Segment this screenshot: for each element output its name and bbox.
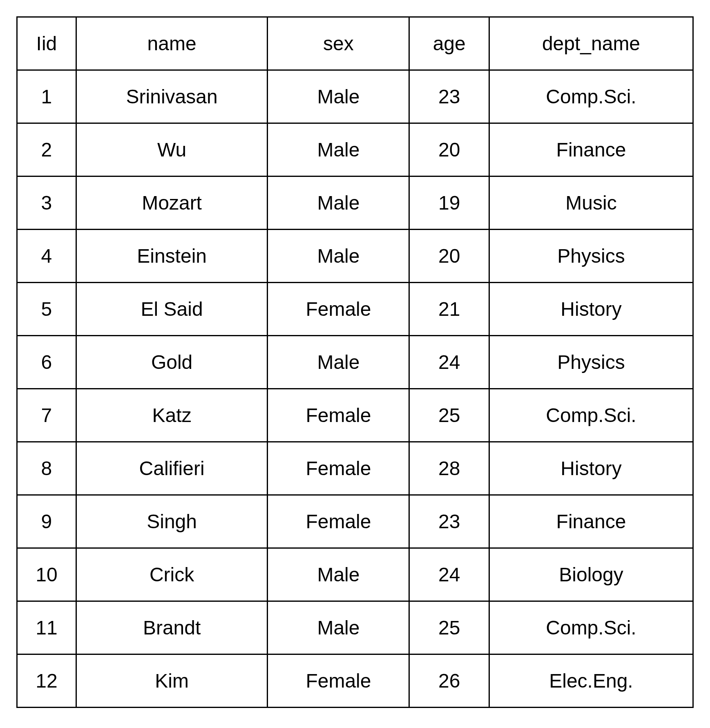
cell-iid: 2 — [17, 123, 76, 176]
cell-age: 25 — [409, 389, 489, 442]
cell-iid: 6 — [17, 336, 76, 389]
cell-sex: Male — [268, 70, 409, 123]
cell-sex: Female — [268, 654, 409, 708]
table-row: 12 Kim Female 26 Elec.Eng. — [17, 654, 693, 708]
cell-iid: 3 — [17, 176, 76, 230]
cell-name: El Said — [76, 283, 268, 336]
table-row: 9 Singh Female 23 Finance — [17, 495, 693, 548]
cell-sex: Male — [268, 601, 409, 654]
cell-name: Gold — [76, 336, 268, 389]
cell-age: 21 — [409, 283, 489, 336]
table-row: 3 Mozart Male 19 Music — [17, 176, 693, 230]
cell-name: Crick — [76, 548, 268, 601]
cell-iid: 8 — [17, 442, 76, 495]
table-row: 6 Gold Male 24 Physics — [17, 336, 693, 389]
table-row: 8 Califieri Female 28 History — [17, 442, 693, 495]
cell-name: Srinivasan — [76, 70, 268, 123]
cell-age: 28 — [409, 442, 489, 495]
cell-age: 25 — [409, 601, 489, 654]
table-row: 5 El Said Female 21 History — [17, 283, 693, 336]
cell-sex: Male — [268, 230, 409, 283]
cell-iid: 12 — [17, 654, 76, 708]
table-row: 11 Brandt Male 25 Comp.Sci. — [17, 601, 693, 654]
cell-name: Brandt — [76, 601, 268, 654]
cell-dept: Physics — [489, 336, 693, 389]
col-header-age: age — [409, 17, 489, 70]
cell-dept: Finance — [489, 123, 693, 176]
table-header-row: Iid name sex age dept_name — [17, 17, 693, 70]
cell-dept: Music — [489, 176, 693, 230]
table-row: 2 Wu Male 20 Finance — [17, 123, 693, 176]
cell-name: Mozart — [76, 176, 268, 230]
cell-age: 24 — [409, 548, 489, 601]
cell-name: Singh — [76, 495, 268, 548]
cell-dept: Comp.Sci. — [489, 389, 693, 442]
col-header-name: name — [76, 17, 268, 70]
cell-name: Einstein — [76, 230, 268, 283]
cell-sex: Male — [268, 336, 409, 389]
cell-iid: 1 — [17, 70, 76, 123]
cell-dept: Finance — [489, 495, 693, 548]
cell-age: 23 — [409, 70, 489, 123]
table-row: 4 Einstein Male 20 Physics — [17, 230, 693, 283]
col-header-sex: sex — [268, 17, 409, 70]
data-table: Iid name sex age dept_name 1 Srinivasan … — [16, 16, 694, 708]
cell-name: Kim — [76, 654, 268, 708]
col-header-dept: dept_name — [489, 17, 693, 70]
cell-dept: Elec.Eng. — [489, 654, 693, 708]
cell-sex: Male — [268, 123, 409, 176]
cell-iid: 7 — [17, 389, 76, 442]
cell-age: 20 — [409, 230, 489, 283]
cell-dept: Comp.Sci. — [489, 70, 693, 123]
cell-name: Katz — [76, 389, 268, 442]
cell-sex: Female — [268, 283, 409, 336]
cell-name: Califieri — [76, 442, 268, 495]
cell-dept: Comp.Sci. — [489, 601, 693, 654]
cell-age: 26 — [409, 654, 489, 708]
cell-dept: Physics — [489, 230, 693, 283]
table-row: 7 Katz Female 25 Comp.Sci. — [17, 389, 693, 442]
cell-dept: Biology — [489, 548, 693, 601]
cell-sex: Female — [268, 442, 409, 495]
cell-iid: 10 — [17, 548, 76, 601]
cell-iid: 9 — [17, 495, 76, 548]
cell-sex: Female — [268, 495, 409, 548]
cell-iid: 5 — [17, 283, 76, 336]
cell-age: 19 — [409, 176, 489, 230]
table-row: 1 Srinivasan Male 23 Comp.Sci. — [17, 70, 693, 123]
col-header-iid: Iid — [17, 17, 76, 70]
cell-name: Wu — [76, 123, 268, 176]
cell-sex: Male — [268, 176, 409, 230]
cell-age: 20 — [409, 123, 489, 176]
cell-age: 24 — [409, 336, 489, 389]
cell-dept: History — [489, 442, 693, 495]
cell-sex: Female — [268, 389, 409, 442]
cell-dept: History — [489, 283, 693, 336]
table-row: 10 Crick Male 24 Biology — [17, 548, 693, 601]
cell-iid: 11 — [17, 601, 76, 654]
cell-sex: Male — [268, 548, 409, 601]
cell-age: 23 — [409, 495, 489, 548]
cell-iid: 4 — [17, 230, 76, 283]
